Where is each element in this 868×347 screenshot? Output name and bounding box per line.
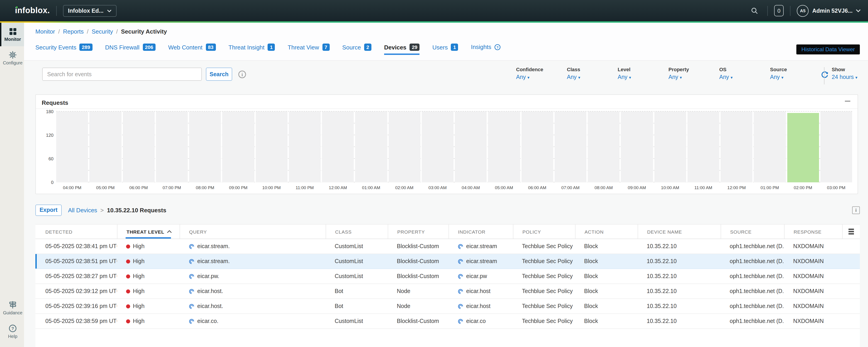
sidebar-item-configure[interactable]: Configure <box>0 46 24 70</box>
filter-confidence[interactable]: ConfidenceAny ▾ <box>516 67 547 80</box>
column-header-query[interactable]: QUERY <box>180 224 326 239</box>
filter-level[interactable]: LevelAny ▾ <box>618 67 649 80</box>
breadcrumb-link-security[interactable]: Security <box>92 28 113 35</box>
column-header-source[interactable]: SOURCE <box>721 224 784 239</box>
tab-source[interactable]: Source2 <box>342 43 371 55</box>
search-input[interactable] <box>42 68 202 81</box>
column-header-policy[interactable]: POLICY <box>513 224 575 239</box>
tab-insights[interactable]: Insights? <box>471 43 501 55</box>
y-axis-tick-label: 60 <box>36 156 54 161</box>
cell-response: NXDOMAIN <box>784 314 842 328</box>
column-header-property[interactable]: PROPERTY <box>388 224 448 239</box>
tab-threat-insight[interactable]: Threat Insight1 <box>228 43 275 55</box>
cell-class: CustomList <box>326 269 388 284</box>
filter-value-dropdown[interactable]: Any ▾ <box>669 74 699 80</box>
cell-threat-level: High <box>117 299 180 313</box>
table-row[interactable]: 05-05-2025 02:38:41 pm UTCHigheicar.stre… <box>35 239 860 254</box>
sidebar-item-monitor[interactable]: Monitor <box>0 23 24 46</box>
filter-value-dropdown[interactable]: Any ▾ <box>618 74 649 80</box>
filter-value: Any <box>618 74 627 80</box>
search-info-icon[interactable]: i <box>238 70 246 78</box>
x-axis-tick-label: 08:00 AM <box>588 185 620 190</box>
breadcrumb-separator: / <box>116 28 118 35</box>
filter-os[interactable]: OSAny ▾ <box>719 67 750 80</box>
table-row[interactable]: 05-05-2025 02:39:16 pm UTCHigheicar.host… <box>35 299 860 314</box>
column-header-response[interactable]: RESPONSE <box>784 224 842 239</box>
cell-menu <box>842 254 860 269</box>
table-columns-menu-icon[interactable] <box>842 224 860 239</box>
column-header-detected[interactable]: DETECTED <box>35 224 117 239</box>
chart-bar-02-00-pm[interactable] <box>787 113 819 182</box>
sidebar-item-guidance[interactable]: Guidance <box>0 296 24 320</box>
x-axis-tick-label: 06:00 PM <box>123 185 155 190</box>
filter-label: Level <box>618 67 649 72</box>
cell-detected: 05-05-2025 02:38:51 pm UTC <box>35 254 117 269</box>
x-axis-tick-label: 11:00 AM <box>687 185 719 190</box>
y-axis-tick-label: 120 <box>36 133 54 138</box>
table-row[interactable]: 05-05-2025 02:38:51 pm UTCHigheicar.stre… <box>35 254 860 269</box>
historical-data-viewer-button[interactable]: Historical Data Viewer <box>796 44 860 55</box>
column-header-threat-level[interactable]: THREAT LEVEL <box>117 224 180 239</box>
tab-web-content[interactable]: Web Content83 <box>168 43 216 55</box>
gear-icon <box>9 51 17 59</box>
minimize-panel-icon[interactable] <box>844 97 851 105</box>
column-header-label: QUERY <box>189 229 207 234</box>
filter-value-dropdown[interactable]: Any ▾ <box>567 74 598 80</box>
breadcrumb-link-reports[interactable]: Reports <box>63 28 84 35</box>
search-icon[interactable] <box>748 4 761 17</box>
table-body: 05-05-2025 02:38:41 pm UTCHigheicar.stre… <box>35 239 860 329</box>
filter-property[interactable]: PropertyAny ▾ <box>669 67 699 80</box>
user-menu[interactable]: A5 Admin 52VJ6... <box>797 5 861 17</box>
logo-green-dot <box>16 6 18 8</box>
threat-level-high-dot <box>126 259 130 263</box>
cell-source: oph1.techblue.net (D... <box>721 284 784 298</box>
cell-action: Block <box>575 239 638 254</box>
export-button[interactable]: Export <box>35 204 62 216</box>
cell-query: eicar.pw. <box>180 269 326 284</box>
cell-policy: Techblue Sec Policy <box>513 239 575 254</box>
cell-threat-level: High <box>117 314 180 328</box>
tab-dns-firewall[interactable]: DNS Firewall206 <box>105 43 155 55</box>
x-axis-tick-label: 03:00 PM <box>820 185 852 190</box>
column-header-action[interactable]: ACTION <box>575 224 638 239</box>
show-value-dropdown[interactable]: 24 hours ▾ <box>832 74 860 80</box>
filter-value-dropdown[interactable]: Any ▾ <box>770 74 801 80</box>
cell-device-name: 10.35.22.10 <box>638 239 721 254</box>
filter-value-dropdown[interactable]: Any ▾ <box>719 74 750 80</box>
table-info-icon[interactable]: i <box>852 206 860 214</box>
filter-show[interactable]: Show24 hours ▾ <box>832 67 860 80</box>
sidebar-item-label: Configure <box>3 60 23 65</box>
threat-level-text: High <box>133 243 145 250</box>
cell-source: oph1.techblue.net (D... <box>721 239 784 254</box>
events-table: DETECTEDTHREAT LEVELQUERYCLASSPROPERTYIN… <box>35 224 860 347</box>
indicator-swirl-icon <box>189 258 194 264</box>
filter-source[interactable]: SourceAny ▾ <box>770 67 801 80</box>
sidebar-item-help[interactable]: ? Help <box>0 320 24 343</box>
refresh-icon[interactable] <box>821 71 829 78</box>
tab-devices[interactable]: Devices29 <box>384 43 420 55</box>
cell-menu <box>842 299 860 313</box>
tab-security-events[interactable]: Security Events289 <box>35 43 92 55</box>
search-button[interactable]: Search <box>206 68 232 81</box>
product-switcher-dropdown[interactable]: Infoblox Ed... <box>63 5 117 17</box>
table-row[interactable]: 05-05-2025 02:38:59 pm UTCHigheicar.co.C… <box>35 314 860 329</box>
tab-count-badge: 289 <box>80 43 93 51</box>
svg-text:?: ? <box>497 45 499 49</box>
threat-level-text: High <box>133 318 145 324</box>
tab-users[interactable]: Users1 <box>432 43 458 55</box>
column-header-class[interactable]: CLASS <box>326 224 388 239</box>
chart-band-02-00-am <box>389 112 421 182</box>
filter-class[interactable]: ClassAny ▾ <box>567 67 598 80</box>
breadcrumb-link-monitor[interactable]: Monitor <box>35 28 55 35</box>
column-header-device-name[interactable]: DEVICE NAME <box>638 224 721 239</box>
table-row[interactable]: 05-05-2025 02:38:27 pm UTCHigheicar.pw.C… <box>35 269 860 284</box>
table-row[interactable]: 05-05-2025 02:39:12 pm UTCHigheicar.host… <box>35 284 860 299</box>
cell-threat-level: High <box>117 284 180 298</box>
cell-property: Blocklist-Custom <box>388 239 448 254</box>
notification-counter[interactable]: 0 <box>774 5 784 16</box>
filter-value-dropdown[interactable]: Any ▾ <box>516 74 547 80</box>
column-header-indicator[interactable]: INDICATOR <box>448 224 513 239</box>
tab-threat-view[interactable]: Threat View7 <box>288 43 330 55</box>
all-devices-link[interactable]: All Devices <box>68 207 97 213</box>
cell-threat-level: High <box>117 254 180 269</box>
